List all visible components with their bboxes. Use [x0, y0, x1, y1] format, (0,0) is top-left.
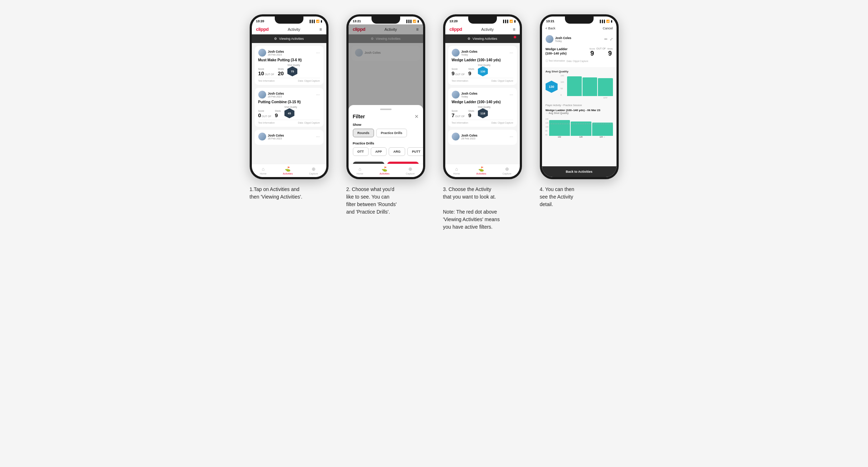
banner-3[interactable]: ⚙ Viewing Activities	[445, 34, 520, 43]
pill-rounds[interactable]: Rounds	[353, 129, 374, 137]
home-icon-1: ⌂	[262, 166, 265, 172]
shots-value-1: 20	[278, 70, 284, 76]
settings-icon-1: ⚙	[274, 37, 277, 40]
phone-4-frame: 13:21 ▐▐▐ 📶 ▮ < Back Cancel	[540, 14, 619, 179]
info-row-1: Test Information Data: Clippd Capture	[258, 78, 320, 82]
hamburger-icon-1[interactable]: ≡	[319, 27, 322, 32]
nav-capture-2[interactable]: ⊕ Capture	[406, 166, 415, 175]
nav-home-2[interactable]: ⌂ Home	[356, 166, 363, 175]
nav-capture-label-1: Capture	[309, 172, 318, 175]
card-title-2: Putting Combine (3-15 ft)	[258, 100, 320, 104]
back-to-activities-button[interactable]: Back to Activities	[542, 166, 617, 177]
data-source-1: Data: Clippd Capture	[298, 80, 320, 82]
test-info-4: ⓘ Test Information Data: Clippd Capture	[546, 59, 613, 64]
drills-label-2: Practice Drills	[353, 142, 419, 145]
activity-card-3-1[interactable]: Josh Coles Today ··· Wedge Ladder (100–1…	[448, 46, 517, 85]
bar-1-4	[567, 76, 582, 96]
phone-3-inner: 13:20 ▐▐▐ 📶 ▮ clippd Activity ≡ ⚙ Vie	[445, 16, 520, 177]
phone-2-inner: 13:21 ▐▐▐ 📶 ▮ clippd Activity ≡ ⚙ Vie	[349, 16, 423, 177]
notch-2	[371, 16, 400, 24]
cancel-button-4[interactable]: Cancel	[603, 27, 613, 30]
shots-stat-1: Shots 20	[278, 68, 284, 76]
notch-1	[275, 16, 303, 24]
bar-labels-4: APP	[567, 97, 613, 99]
detail-drill-title-4: Wedge Ladder(100–140 yds)	[546, 47, 568, 56]
user-date-2: 28 Feb 2023	[268, 95, 284, 98]
edit-icon-4[interactable]: ✏	[604, 37, 608, 42]
user-date-1: 28 Feb 2023	[268, 53, 284, 56]
detail-header-4: < Back Cancel	[542, 24, 617, 32]
dots-menu-1[interactable]: ···	[316, 50, 320, 55]
quality-hex-3-1: 130	[478, 66, 488, 76]
nav-activities-label-1: Activities	[283, 172, 293, 175]
nav-capture-1[interactable]: ⊕ Capture	[309, 166, 318, 175]
hamburger-icon-3[interactable]: ≡	[513, 27, 515, 32]
phone-1-col: 13:20 ▐▐▐ 📶 ▮ clippd Activity ≡ ⚙ Vie	[246, 14, 332, 201]
notch-4	[565, 16, 594, 24]
back-button-4[interactable]: < Back	[546, 27, 556, 30]
score-label-1: Score	[258, 68, 274, 70]
activity-card-3-2[interactable]: Josh Coles Today ··· Wedge Ladder (100–1…	[448, 88, 517, 127]
nav-title-1: Activity	[288, 27, 300, 32]
red-dot-3	[514, 36, 516, 38]
pill-practice-drills[interactable]: Practice Drills	[376, 129, 407, 137]
shots-label-1: Shots	[278, 68, 284, 70]
pill-app[interactable]: APP	[371, 147, 387, 156]
nav-home-1[interactable]: ⌂ Home	[260, 166, 267, 175]
name-date-2: Josh Coles 28 Feb 2023	[268, 92, 284, 98]
modal-close-2[interactable]: ✕	[414, 114, 419, 119]
expand-icon-4[interactable]: ⤢	[610, 37, 613, 42]
y-axis-4: 140 100 50 0	[561, 75, 564, 96]
modal-header-2: Filter ✕	[353, 114, 419, 119]
bar-3-4	[598, 78, 613, 96]
pill-arg[interactable]: ARG	[389, 147, 405, 156]
activity-card-2[interactable]: Josh Coles 28 Feb 2023 ··· Putting Combi…	[255, 88, 323, 127]
avatar-2	[258, 91, 266, 99]
score-value-1: 10	[258, 70, 264, 76]
shots-stat-2: Shots 9	[275, 110, 281, 118]
drills-pills-2: OTT APP ARG PUTT	[353, 147, 419, 156]
score-stat-1: Score 10 OUT OF	[258, 68, 274, 76]
drill-title-4: Wedge Ladder (100–140 yds) - 06 Mar 23 →…	[542, 107, 617, 116]
show-pills-2: Rounds Practice Drills	[353, 129, 419, 137]
caption-3: 3. Choose the Activitythat you want to l…	[443, 186, 522, 231]
quality-stat-2: Shot Quality 45	[284, 106, 297, 118]
nav-title-3: Activity	[481, 27, 494, 32]
avatar-name-1: Josh Coles 28 Feb 2023	[258, 49, 284, 57]
quality-label-1: Shot Quality	[287, 64, 300, 66]
out-of-1: OUT OF	[265, 73, 274, 76]
drill-detail-4: Wedge Ladder(100–140 yds) Score 9 OUT OF…	[546, 45, 613, 59]
pill-putt[interactable]: PUTT	[407, 147, 423, 156]
info-row-2: Test Information Data: Clippd Capture	[258, 120, 320, 124]
dashed-line-4	[549, 124, 613, 124]
quality-hex-1: 75	[287, 66, 297, 76]
activity-card-3[interactable]: Josh Coles 28 Feb 2023 ···	[255, 130, 323, 145]
mini-bar-1	[549, 120, 570, 136]
status-time-1: 13:20	[256, 19, 264, 23]
logo-3: clippd	[450, 27, 462, 32]
avatar-name-2: Josh Coles 28 Feb 2023	[258, 91, 284, 99]
phones-row: 13:20 ▐▐▐ 📶 ▮ clippd Activity ≡ ⚙ Vie	[246, 14, 622, 231]
nav-activities-2[interactable]: ⛳ Activities	[380, 166, 390, 175]
pill-ott[interactable]: OTT	[353, 147, 369, 156]
dots-menu-2[interactable]: ···	[316, 92, 320, 97]
caption-4: 4. You can thensee the Activitydetail.	[540, 186, 619, 208]
activity-card-3-3[interactable]: Josh Coles 28 Feb 2023 ···	[448, 130, 517, 145]
phone-1-frame: 13:20 ▐▐▐ 📶 ▮ clippd Activity ≡ ⚙ Vie	[250, 14, 329, 179]
scroll-content-3: Josh Coles Today ··· Wedge Ladder (100–1…	[445, 43, 520, 164]
activity-card-1[interactable]: Josh Coles 28 Feb 2023 ··· Must Make Put…	[255, 46, 323, 85]
stats-row-1: Score 10 OUT OF Shots 20	[258, 64, 320, 76]
activities-icon-1: ⛳	[285, 166, 291, 172]
card-title-1: Must Make Putting (3-6 ft)	[258, 58, 320, 62]
banner-1[interactable]: ⚙ Viewing Activities	[252, 34, 326, 43]
banner-text-1: Viewing Activities	[279, 37, 304, 40]
scroll-content-1: Josh Coles 28 Feb 2023 ··· Must Make Put…	[252, 43, 326, 164]
nav-activities-1[interactable]: ⛳ Activities	[283, 166, 293, 175]
session-label-4: Player Activity › Practice Session	[542, 102, 617, 107]
chart-wrapper-4: 140 100 50 0	[561, 75, 613, 99]
signal-icon: ▐▐▐	[308, 20, 315, 23]
mini-bar-3	[592, 123, 613, 136]
info-text-1: Test Information	[258, 80, 275, 82]
chart-area-4	[567, 75, 613, 96]
modal-title-2: Filter	[353, 114, 365, 119]
